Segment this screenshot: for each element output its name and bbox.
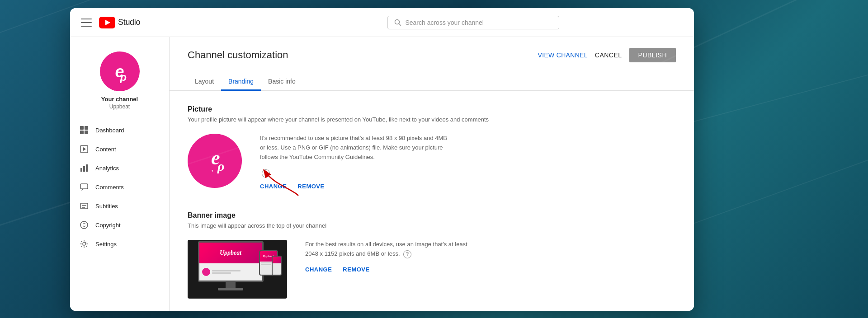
page-header: Channel customization VIEW CHANNEL CANCE…	[170, 37, 694, 62]
tab-layout[interactable]: Layout	[188, 73, 221, 91]
tab-branding[interactable]: Branding	[221, 73, 261, 91]
sidebar-item-copyright[interactable]: C Copyright	[70, 215, 169, 234]
device-phone	[272, 256, 282, 276]
device-mockup: Uppbeat	[193, 241, 282, 298]
sidebar-item-label: Copyright	[95, 222, 121, 229]
svg-marker-11	[83, 147, 86, 151]
sidebar-item-content[interactable]: Content	[70, 140, 169, 159]
play-icon	[79, 144, 89, 154]
youtube-icon	[99, 17, 115, 28]
picture-actions: CHANGE REMOVE	[260, 183, 676, 190]
sidebar-item-settings[interactable]: Settings	[70, 234, 169, 253]
picture-section: Picture Your profile picture will appear…	[188, 105, 676, 190]
tablet-line-2	[261, 264, 272, 265]
content-area: Channel customization VIEW CHANNEL CANCE…	[170, 37, 694, 311]
svg-rect-12	[80, 168, 82, 172]
publish-button[interactable]: PUBLISH	[629, 48, 676, 62]
svg-rect-15	[80, 184, 88, 189]
bar-chart-icon	[79, 163, 89, 173]
tabs-row: Layout Branding Basic info	[170, 66, 694, 91]
monitor-text-lines	[212, 270, 259, 274]
svg-rect-7	[85, 126, 88, 130]
svg-rect-14	[86, 164, 88, 172]
banner-preview: Uppbeat	[188, 240, 287, 299]
sidebar-item-label: Subtitles	[95, 203, 118, 210]
sidebar-item-label: Settings	[95, 241, 117, 248]
topbar: Studio	[70, 8, 694, 37]
banner-help-icon[interactable]: ?	[403, 250, 411, 258]
grid-icon	[79, 125, 89, 135]
subtitle-icon	[79, 201, 89, 211]
sidebar-item-label: Analytics	[95, 165, 119, 172]
picture-section-desc: Your profile picture will appear where y…	[188, 116, 676, 123]
monitor-avatar-dot	[202, 268, 210, 276]
monitor-content-area	[199, 263, 262, 281]
sidebar-item-label: Comments	[95, 184, 124, 191]
studio-label: Studio	[118, 18, 140, 27]
view-channel-button[interactable]: VIEW CHANNEL	[538, 51, 588, 59]
sidebar-item-analytics[interactable]: Analytics	[70, 159, 169, 178]
gear-icon	[79, 239, 89, 249]
monitor-stand	[226, 281, 236, 288]
banner-remove-button[interactable]: REMOVE	[343, 266, 369, 273]
banner-actions: CHANGE REMOVE	[305, 266, 676, 273]
channel-name: Your channel	[101, 96, 138, 103]
svg-rect-8	[80, 131, 84, 134]
svg-text:,: ,	[211, 164, 213, 173]
profile-logo-icon: e ρ ,	[198, 145, 231, 177]
avatar[interactable]: e ρ	[100, 51, 140, 91]
picture-section-title: Picture	[188, 105, 676, 113]
banner-color-area: Uppbeat	[199, 243, 262, 263]
sidebar: e ρ Your channel Uppbeat Dashb	[70, 37, 170, 311]
sidebar-item-label: Dashboard	[95, 127, 124, 134]
monitor-screen: Uppbeat	[198, 241, 264, 282]
picture-info: It's recommended to use a picture that's…	[260, 134, 676, 190]
monitor-line-2	[212, 272, 231, 274]
search-input[interactable]	[405, 19, 552, 26]
sidebar-item-subtitles[interactable]: Subtitles	[70, 196, 169, 215]
svg-point-22	[83, 243, 85, 245]
svg-text:ρ: ρ	[119, 70, 127, 83]
channel-handle: Uppbeat	[109, 103, 130, 110]
section-content: Picture Your profile picture will appear…	[170, 91, 694, 311]
channel-avatar-section: e ρ Your channel Uppbeat	[70, 44, 169, 121]
tab-basic-info[interactable]: Basic info	[261, 73, 303, 91]
svg-rect-9	[85, 131, 88, 134]
banner-row: Uppbeat	[188, 240, 676, 299]
logo-area: Studio	[99, 17, 140, 28]
picture-info-text: It's recommended to use a picture that's…	[260, 134, 450, 162]
sidebar-item-comments[interactable]: Comments	[70, 178, 169, 196]
monitor-base	[218, 288, 243, 290]
sidebar-item-label: Content	[95, 146, 116, 153]
channel-logo-icon: e ρ	[107, 59, 132, 84]
svg-line-3	[399, 23, 401, 25]
red-arrow-annotation	[251, 162, 310, 198]
svg-rect-17	[80, 203, 88, 209]
sidebar-item-dashboard[interactable]: Dashboard	[70, 121, 169, 140]
search-bar[interactable]	[387, 16, 559, 29]
main-layout: e ρ Your channel Uppbeat Dashb	[70, 37, 694, 311]
svg-rect-6	[80, 126, 84, 130]
phone-content	[273, 263, 281, 275]
header-actions: VIEW CHANNEL CANCEL PUBLISH	[538, 48, 676, 62]
picture-row: e ρ , It's recommended to use a picture …	[188, 134, 676, 190]
page-title: Channel customization	[188, 49, 288, 61]
banner-brand-text: Uppbeat	[220, 249, 241, 257]
main-window: Studio e ρ Your channel U	[70, 8, 694, 311]
svg-text:ρ: ρ	[217, 159, 224, 173]
banner-info-text: For the best results on all devices, use…	[305, 240, 477, 259]
cancel-button[interactable]: CANCEL	[595, 51, 622, 59]
banner-info: For the best results on all devices, use…	[305, 240, 676, 273]
banner-section: Banner image This image will appear acro…	[188, 211, 676, 299]
copyright-icon: C	[79, 220, 89, 230]
menu-icon[interactable]	[81, 19, 92, 27]
banner-section-desc: This image will appear across the top of…	[188, 222, 676, 229]
svg-text:C: C	[82, 223, 85, 228]
comment-icon	[79, 182, 89, 192]
profile-picture: e ρ ,	[188, 134, 242, 188]
search-icon	[394, 19, 401, 26]
banner-change-button[interactable]: CHANGE	[305, 266, 332, 273]
banner-section-title: Banner image	[188, 211, 676, 220]
monitor-line-1	[212, 270, 241, 271]
phone-banner	[273, 257, 281, 263]
